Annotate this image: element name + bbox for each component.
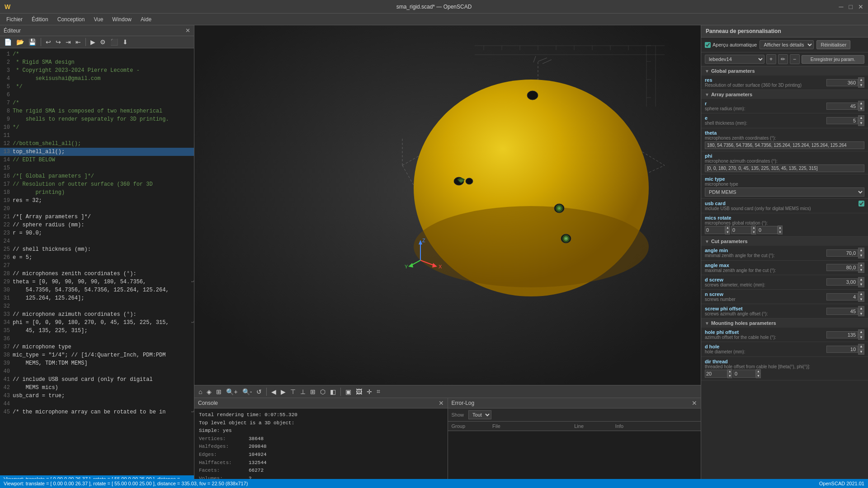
menu-edition[interactable]: Édition — [27, 15, 53, 23]
param-hole-phi-offset-input[interactable] — [826, 331, 858, 338]
view-next-button[interactable]: ▶ — [279, 387, 287, 396]
reset-button[interactable]: Réinitialiser — [816, 40, 850, 49]
profile-add-button[interactable]: + — [766, 54, 776, 64]
param-res-input[interactable] — [826, 79, 858, 86]
angle-min-up[interactable]: ▲ — [858, 248, 864, 253]
param-n-screw-input[interactable] — [826, 293, 858, 300]
view-bottom-button[interactable]: ⊥ — [299, 387, 307, 396]
view-perspective-button[interactable]: ◈ — [205, 387, 213, 396]
e-up-button[interactable]: ▲ — [858, 115, 864, 121]
angle-max-up[interactable]: ▲ — [858, 263, 864, 268]
open-file-button[interactable]: 📂 — [15, 38, 25, 47]
view-ortho-button[interactable]: ▣ — [344, 387, 353, 396]
console-close-button[interactable]: ✕ — [439, 399, 444, 407]
menu-conception[interactable]: Conception — [53, 15, 90, 23]
d-hole-up[interactable]: ▲ — [858, 344, 864, 349]
close-button[interactable]: ✕ — [858, 3, 863, 10]
rotate-y-input[interactable] — [731, 226, 751, 234]
save-profile-button[interactable]: Enregistrer jeu param. — [802, 55, 865, 64]
param-d-screw-input[interactable] — [826, 278, 858, 286]
hole-phi-down[interactable]: ▼ — [858, 335, 864, 340]
render-button[interactable]: ⚙ — [99, 38, 107, 47]
rotate-z-up[interactable]: ▲ — [778, 225, 783, 230]
editor-content[interactable]: 1/*2 * Rigid SMA design3 * Copyright 202… — [0, 48, 194, 475]
param-theta-input[interactable] — [705, 141, 864, 149]
section-global[interactable]: ▼ Global parameters — [701, 66, 868, 75]
param-phi-input[interactable] — [705, 164, 864, 172]
view-zoom-out-button[interactable]: 🔍- — [241, 387, 254, 396]
view-prev-button[interactable]: ◀ — [270, 387, 278, 396]
editor-close-button[interactable]: ✕ — [185, 27, 190, 34]
profile-edit-button[interactable]: ✏ — [778, 54, 788, 64]
stop-button[interactable]: ⬛ — [109, 38, 119, 47]
rotate-x-input[interactable] — [705, 226, 725, 234]
view-left-button[interactable]: ◧ — [329, 387, 337, 396]
view-top-button[interactable]: ⊤ — [289, 387, 297, 396]
param-screw-phi-offset-input[interactable] — [826, 308, 858, 315]
view-home-button[interactable]: ⌂ — [197, 387, 203, 396]
section-cut[interactable]: ▼ Cut parameters — [701, 237, 868, 246]
res-up-button[interactable]: ▲ — [858, 77, 864, 83]
param-e-input[interactable] — [826, 117, 858, 124]
rotate-y-down[interactable]: ▼ — [751, 230, 756, 235]
show-details-select[interactable]: Afficher les détails — [760, 40, 814, 49]
d-screw-up[interactable]: ▲ — [858, 277, 864, 282]
param-angle-max-input[interactable] — [826, 264, 858, 271]
viewport-3d[interactable]: Z X Y — [194, 25, 701, 385]
view-back-button[interactable]: ⬡ — [319, 387, 327, 396]
profile-select[interactable]: lebedev14 — [705, 55, 764, 64]
export-button[interactable]: ⬇ — [121, 38, 129, 47]
menu-aide[interactable]: Aide — [136, 15, 156, 23]
rotate-y-up[interactable]: ▲ — [751, 225, 756, 230]
view-axes-button[interactable]: ✛ — [365, 387, 373, 396]
save-file-button[interactable]: 💾 — [27, 38, 38, 47]
n-screw-down[interactable]: ▼ — [858, 297, 864, 302]
indent-button[interactable]: ⇥ — [64, 38, 72, 47]
section-mounting[interactable]: ▼ Mounting holes parameters — [701, 319, 868, 328]
screw-phi-down[interactable]: ▼ — [858, 311, 864, 317]
view-zoom-all-button[interactable]: ⊞ — [215, 387, 223, 396]
param-d-hole-input[interactable] — [826, 346, 858, 353]
res-down-button[interactable]: ▼ — [858, 83, 864, 88]
param-usb-card-checkbox[interactable] — [859, 201, 864, 206]
param-mic-type-select[interactable]: PDM MEMS Quarter_Inch TDM MEMS — [705, 188, 864, 197]
screw-phi-up[interactable]: ▲ — [858, 306, 864, 311]
maximize-button[interactable]: □ — [849, 3, 853, 10]
preview-button[interactable]: ▶ — [89, 38, 97, 47]
rotate-z-input[interactable] — [757, 226, 778, 234]
r-up-button[interactable]: ▲ — [858, 101, 864, 106]
error-close-button[interactable]: ✕ — [692, 399, 697, 407]
r-down-button[interactable]: ▼ — [858, 106, 864, 112]
thread-theta-down[interactable]: ▼ — [727, 374, 732, 378]
view-render-button[interactable]: 🖼 — [354, 387, 363, 396]
e-down-button[interactable]: ▼ — [858, 121, 864, 126]
thread-theta-up[interactable]: ▲ — [727, 369, 732, 374]
d-screw-down[interactable]: ▼ — [858, 282, 864, 287]
unindent-button[interactable]: ⇤ — [74, 38, 82, 47]
menu-vue[interactable]: Vue — [89, 15, 108, 23]
thread-phi-down[interactable]: ▼ — [756, 374, 761, 378]
rotate-x-up[interactable]: ▲ — [725, 225, 730, 230]
auto-preview-checkbox[interactable] — [705, 42, 711, 48]
menu-window[interactable]: Window — [108, 15, 136, 23]
show-select[interactable]: Tout — [468, 410, 491, 419]
minimize-button[interactable]: ─ — [839, 3, 844, 10]
angle-min-down[interactable]: ▼ — [858, 253, 864, 258]
view-zoom-in-button[interactable]: 🔍+ — [225, 387, 239, 396]
section-array[interactable]: ▼ Array parameters — [701, 90, 868, 99]
param-angle-min-input[interactable] — [826, 249, 858, 257]
view-reset-button[interactable]: ↺ — [255, 387, 263, 396]
profile-delete-button[interactable]: − — [790, 54, 800, 64]
param-r-input[interactable] — [826, 103, 858, 110]
menu-fichier[interactable]: Fichier — [2, 15, 27, 23]
rotate-x-down[interactable]: ▼ — [725, 230, 730, 235]
hole-phi-up[interactable]: ▲ — [858, 329, 864, 335]
view-front-button[interactable]: ⊞ — [309, 387, 317, 396]
angle-max-down[interactable]: ▼ — [858, 267, 864, 273]
rotate-z-down[interactable]: ▼ — [778, 230, 783, 235]
new-file-button[interactable]: 📄 — [3, 38, 13, 47]
thread-theta-input[interactable] — [705, 370, 727, 378]
thread-phi-up[interactable]: ▲ — [756, 369, 761, 374]
n-screw-up[interactable]: ▲ — [858, 291, 864, 297]
thread-phi-input[interactable] — [733, 370, 756, 378]
